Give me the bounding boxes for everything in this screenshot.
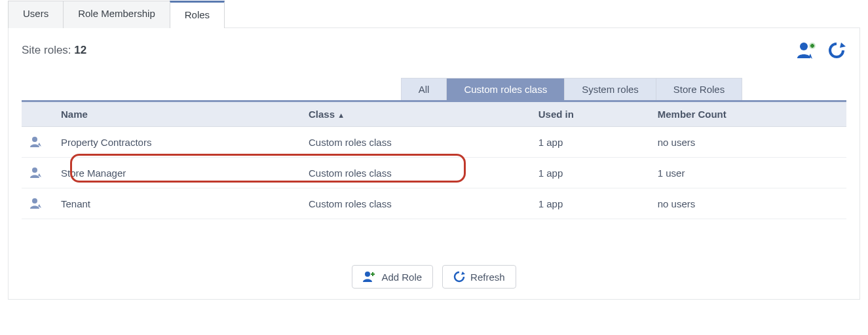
row-member-count: no users (650, 188, 846, 219)
col-icon (22, 102, 53, 127)
refresh-small-icon (453, 271, 465, 283)
row-name: Property Contractors (53, 127, 301, 158)
svg-rect-3 (810, 45, 814, 47)
svg-marker-4 (840, 43, 846, 48)
roles-table: Name Class ▲ Used in Member Count Proper… (22, 102, 846, 219)
svg-point-8 (365, 272, 370, 277)
row-used-in: 1 app (531, 127, 650, 158)
refresh-icon[interactable] (827, 41, 846, 60)
role-icon (22, 188, 53, 219)
table-row[interactable]: TenantCustom roles class1 appno users (22, 188, 846, 219)
add-role-button[interactable]: Add Role (352, 265, 433, 289)
tab-role-membership[interactable]: Role Membership (63, 1, 170, 28)
col-name[interactable]: Name (53, 102, 301, 127)
user-plus-icon (363, 271, 376, 283)
row-used-in: 1 app (531, 188, 650, 219)
tab-roles[interactable]: Roles (170, 1, 225, 28)
row-name: Tenant (53, 188, 301, 219)
filter-all[interactable]: All (402, 79, 447, 100)
filter-store[interactable]: Store Roles (656, 79, 742, 100)
role-icon (22, 127, 53, 158)
site-roles-label: Site roles: (22, 44, 71, 56)
row-name: Store Manager (53, 158, 301, 188)
col-member-count[interactable]: Member Count (650, 102, 846, 127)
sort-asc-icon: ▲ (337, 111, 345, 119)
row-member-count: no users (650, 127, 846, 158)
main-tabs: Users Role Membership Roles (8, 0, 860, 27)
site-roles-summary: Site roles: 12 (22, 44, 86, 57)
class-filter-tabs: All Custom roles class System roles Stor… (401, 78, 742, 100)
col-class-label: Class (309, 109, 335, 120)
roles-panel: Site roles: 12 (8, 27, 860, 300)
svg-point-6 (32, 168, 37, 173)
role-icon (22, 158, 53, 188)
row-class: Custom roles class (301, 158, 531, 188)
table-row[interactable]: Property ContractorsCustom roles class1 … (22, 127, 846, 158)
svg-rect-10 (371, 273, 375, 275)
svg-point-0 (800, 43, 808, 50)
site-roles-count: 12 (74, 44, 86, 56)
filter-custom[interactable]: Custom roles class (447, 79, 565, 100)
row-class: Custom roles class (301, 127, 531, 158)
row-member-count: 1 user (650, 158, 846, 188)
add-role-icon[interactable] (795, 41, 818, 60)
tab-users[interactable]: Users (8, 1, 64, 28)
col-used-in[interactable]: Used in (531, 102, 650, 127)
col-class[interactable]: Class ▲ (301, 102, 531, 127)
svg-marker-11 (461, 272, 465, 275)
table-row[interactable]: Store ManagerCustom roles class1 app1 us… (22, 158, 846, 188)
svg-point-5 (32, 137, 37, 142)
row-used-in: 1 app (531, 158, 650, 188)
svg-point-7 (32, 198, 37, 203)
refresh-button[interactable]: Refresh (442, 265, 516, 289)
refresh-label: Refresh (470, 272, 505, 283)
row-class: Custom roles class (301, 188, 531, 219)
filter-system[interactable]: System roles (565, 79, 656, 100)
add-role-label: Add Role (381, 272, 422, 283)
